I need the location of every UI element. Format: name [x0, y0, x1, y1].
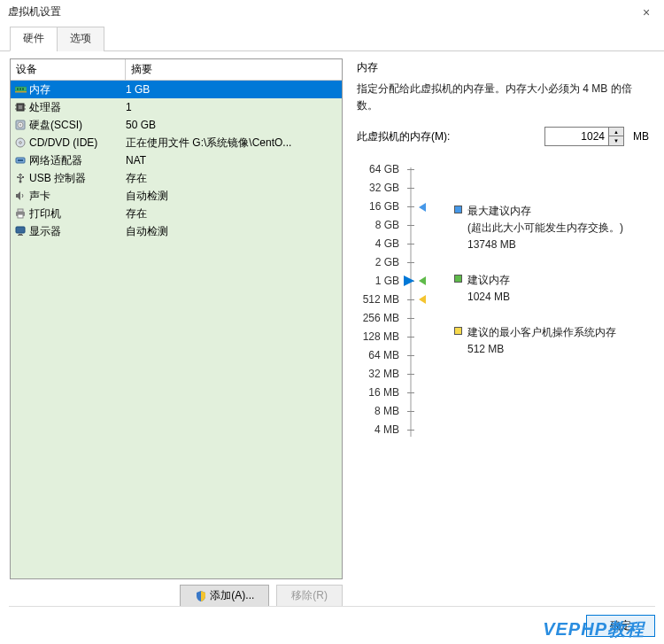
device-name: 硬盘(SCSI) [29, 118, 82, 133]
legend-max-note: (超出此大小可能发生内存交换。) [467, 220, 623, 237]
shield-icon [195, 591, 207, 601]
legend-rec-color [454, 275, 462, 283]
table-row[interactable]: 硬盘(SCSI)50 GB [11, 116, 342, 134]
memory-group-label: 内存 [357, 60, 649, 75]
titlebar: 虚拟机设置 × [0, 0, 664, 24]
svg-rect-24 [18, 214, 23, 218]
device-summary: NAT [126, 154, 338, 167]
tick-label: 4 GB [357, 235, 399, 253]
tick-mark [407, 430, 414, 431]
tick-mark [407, 411, 414, 412]
memory-icon [14, 84, 27, 95]
legend-max-color [454, 206, 462, 213]
tick-mark [407, 188, 414, 189]
table-row[interactable]: 网络适配器NAT [11, 151, 342, 169]
svg-point-15 [19, 142, 22, 144]
tick-label: 16 MB [357, 384, 399, 402]
legend-rec-val: 1024 MB [467, 289, 510, 306]
device-summary: 正在使用文件 G:\系统镜像\CentO... [126, 136, 338, 151]
slider-legend: 最大建议内存 (超出此大小可能发生内存交换。) 13748 MB 建议内存 10… [422, 160, 623, 442]
max-arrow-icon [419, 203, 426, 212]
legend-min-val: 512 MB [467, 341, 616, 358]
tick-mark [407, 225, 414, 226]
cpu-icon [14, 102, 27, 113]
legend-min-title: 建议的最小客户机操作系统内存 [467, 324, 616, 341]
device-name: CD/DVD (IDE) [29, 136, 97, 149]
legend-max: 最大建议内存 (超出此大小可能发生内存交换。) 13748 MB [454, 203, 623, 252]
tick-mark [407, 206, 414, 207]
remove-button: 移除(R) [276, 585, 343, 607]
device-summary: 存在 [126, 206, 338, 221]
table-row[interactable]: 打印机存在 [11, 205, 342, 222]
window-title: 虚拟机设置 [8, 4, 61, 19]
device-summary: 50 GB [126, 119, 338, 131]
net-icon [14, 155, 27, 166]
display-icon [14, 226, 27, 237]
tick-label: 256 MB [357, 309, 399, 328]
hardware-panel: 设备 摘要 内存1 GB处理器1硬盘(SCSI)50 GBCD/DVD (IDE… [10, 58, 343, 607]
tab-options[interactable]: 选项 [57, 27, 104, 51]
close-icon[interactable]: × [634, 5, 659, 19]
table-row[interactable]: 内存1 GB [11, 81, 342, 98]
tick-mark [407, 318, 414, 319]
rec-arrow-icon [419, 276, 426, 285]
tick-mark [407, 299, 414, 300]
table-row[interactable]: 处理器1 [11, 98, 342, 116]
tick-mark [407, 169, 414, 170]
legend-rec-title: 建议内存 [467, 272, 510, 289]
table-row[interactable]: 显示器自动检测 [11, 222, 342, 240]
memory-unit: MB [633, 130, 649, 143]
tick-label: 8 MB [357, 402, 399, 421]
tick-mark [407, 392, 414, 393]
svg-rect-17 [18, 159, 23, 161]
table-row[interactable]: USB 控制器存在 [11, 169, 342, 187]
spin-up-icon[interactable]: ▲ [609, 128, 623, 136]
device-name: 声卡 [29, 189, 50, 204]
memory-input-label: 此虚拟机的内存(M): [357, 129, 450, 144]
tick-label: 32 MB [357, 365, 399, 384]
device-name: 内存 [29, 82, 50, 97]
tab-hardware[interactable]: 硬件 [10, 27, 58, 51]
device-summary: 存在 [126, 171, 338, 186]
legend-min-color [454, 327, 462, 335]
device-summary: 1 [126, 101, 338, 113]
memory-slider[interactable] [406, 160, 415, 442]
device-name: 处理器 [29, 100, 61, 115]
printer-icon [14, 208, 27, 219]
tick-label: 64 GB [357, 160, 399, 179]
svg-point-13 [19, 124, 21, 126]
slider-thumb[interactable] [404, 275, 414, 286]
memory-input[interactable] [544, 127, 608, 146]
svg-rect-25 [16, 227, 25, 233]
table-header: 设备 摘要 [11, 59, 342, 81]
tick-label: 8 GB [357, 216, 399, 235]
slider-ticks: 64 GB32 GB16 GB8 GB4 GB2 GB1 GB512 MB256… [357, 160, 399, 442]
spin-down-icon[interactable]: ▼ [609, 136, 623, 145]
table-row[interactable]: CD/DVD (IDE)正在使用文件 G:\系统镜像\CentO... [11, 134, 342, 151]
add-button[interactable]: 添加(A)... [180, 585, 269, 607]
device-name: 网络适配器 [29, 153, 82, 168]
col-summary: 摘要 [126, 59, 342, 80]
table-row[interactable]: 声卡自动检测 [11, 187, 342, 205]
add-label: 添加(A)... [210, 588, 254, 603]
device-summary: 自动检测 [126, 224, 338, 239]
svg-rect-3 [22, 89, 24, 90]
tick-label: 512 MB [357, 291, 399, 309]
legend-min: 建议的最小客户机操作系统内存 512 MB [454, 324, 623, 357]
slider-track [410, 167, 412, 437]
usb-icon [14, 173, 27, 183]
tabs: 硬件 选项 [0, 26, 664, 51]
memory-slider-area: 64 GB32 GB16 GB8 GB4 GB2 GB1 GB512 MB256… [357, 160, 649, 442]
memory-spinner[interactable]: ▲ ▼ [608, 127, 624, 146]
device-name: 显示器 [29, 224, 61, 239]
tick-mark [407, 244, 414, 244]
watermark: VEPHP教程 [543, 617, 645, 641]
tick-label: 2 GB [357, 253, 399, 272]
tick-label: 1 GB [357, 272, 399, 291]
tick-mark [407, 262, 414, 263]
tick-label: 128 MB [357, 328, 399, 346]
sound-icon [14, 190, 27, 201]
legend-rec: 建议内存 1024 MB [454, 272, 623, 305]
hardware-table: 设备 摘要 内存1 GB处理器1硬盘(SCSI)50 GBCD/DVD (IDE… [10, 58, 343, 579]
tick-mark [407, 337, 414, 338]
